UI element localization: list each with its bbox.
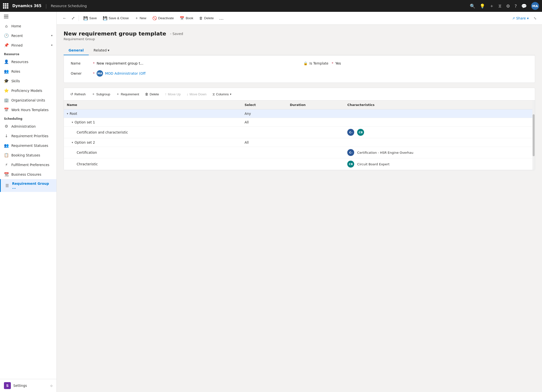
new-label: New: [140, 16, 146, 20]
table-row[interactable]: ▾RootAny: [64, 109, 535, 118]
resource-section-header: Resource: [0, 50, 56, 57]
cell-characteristics: [344, 109, 535, 118]
back-button[interactable]: ←: [61, 15, 69, 22]
hamburger-icon: [4, 15, 8, 18]
cell-select: Any: [242, 109, 287, 118]
scroll-thumb[interactable]: [533, 114, 535, 156]
sidebar-item-req-statuses[interactable]: 👥 Requirement Statuses: [0, 141, 56, 150]
col-name: Name: [64, 101, 242, 109]
page-title-row: New requirement group template - Saved: [64, 31, 535, 37]
row-chevron-icon[interactable]: ▾: [72, 141, 73, 144]
is-template-value: Yes: [335, 61, 341, 65]
subgroup-button[interactable]: ＋ Subgroup: [89, 90, 113, 98]
save-button[interactable]: 💾 Save: [81, 15, 99, 22]
cmd-sep-1: [79, 15, 79, 21]
settings-s-icon: S: [4, 382, 11, 389]
home-icon: ⌂: [4, 24, 9, 28]
sidebar-item-resources[interactable]: 👤 Resources: [0, 57, 56, 67]
table-container[interactable]: Name Select Duration Characteristics ▾Ro…: [64, 101, 535, 170]
open-new-button[interactable]: ⤢: [70, 14, 77, 22]
page-title: New requirement group template: [64, 31, 166, 37]
sidebar-item-requirement-group[interactable]: ☰ Requirement Group ...: [0, 179, 56, 192]
help-icon[interactable]: ?: [514, 3, 517, 9]
table-row[interactable]: ▾Option set 2All: [64, 138, 535, 147]
deactivate-button[interactable]: 🚫 Deactivate: [150, 15, 176, 22]
requirement-button[interactable]: ＋ Requirement: [114, 90, 141, 98]
move-up-icon: ↑: [165, 92, 167, 96]
grid-delete-label: Delete: [150, 92, 159, 96]
sidebar-toggle[interactable]: [0, 12, 56, 21]
add-icon[interactable]: ＋: [490, 3, 494, 9]
sidebar-item-business-closures[interactable]: 📆 Business Closures: [0, 170, 56, 179]
req-group-icon: ☰: [5, 183, 10, 188]
row-name-text: Certification: [77, 151, 97, 154]
sidebar-item-administration[interactable]: ⚙ Administration: [0, 121, 56, 131]
sidebar-item-skills[interactable]: 🎓 Skills: [0, 76, 56, 86]
sidebar-item-proficiency-models[interactable]: ⭐ Proficiency Models: [0, 86, 56, 95]
sidebar-item-home[interactable]: ⌂ Home: [0, 21, 56, 31]
filter-icon[interactable]: ⧖: [498, 3, 502, 9]
expand-button[interactable]: ⤡: [532, 15, 538, 22]
recent-chevron-icon: ▾: [51, 34, 52, 37]
roles-icon: 👥: [4, 69, 9, 74]
content-area: ← ⤢ 💾 Save 💾 Save & Close ＋ New 🚫 Deacti…: [57, 12, 542, 392]
tabs: General Related ▾: [64, 46, 535, 55]
table-row[interactable]: ChracteristicCBCircuit Board Expert: [64, 158, 535, 170]
settings-icon[interactable]: ⚙: [506, 3, 510, 9]
cell-duration: [287, 109, 344, 118]
grid-delete-button[interactable]: 🗑 Delete: [142, 91, 161, 98]
sidebar-item-fulfillment[interactable]: ⚡ Fulfillment Preferences: [0, 160, 56, 170]
share-button[interactable]: ↗ Share ▾: [510, 15, 531, 22]
refresh-button[interactable]: ↺ Refresh: [68, 91, 88, 98]
new-icon: ＋: [135, 16, 139, 20]
sidebar-footer-settings[interactable]: S Settings ◇: [0, 379, 56, 392]
delete-button[interactable]: 🗑 Delete: [197, 15, 216, 22]
sidebar-item-roles[interactable]: 👥 Roles: [0, 67, 56, 76]
tab-related-label: Related: [94, 48, 107, 52]
tab-general[interactable]: General: [64, 46, 89, 55]
move-up-button[interactable]: ↑ Move Up: [162, 91, 183, 98]
move-down-button[interactable]: ↓ Move Down: [184, 91, 209, 98]
user-avatar[interactable]: MA: [531, 2, 539, 10]
req-priorities-icon: ↓: [4, 134, 9, 138]
lightbulb-icon[interactable]: 💡: [480, 3, 485, 9]
table-row[interactable]: Certification and characteristicC-CB: [64, 127, 535, 138]
cell-select: All: [242, 138, 287, 147]
search-icon[interactable]: 🔍: [470, 3, 475, 9]
sidebar-label-admin: Administration: [11, 124, 36, 128]
sidebar-item-booking-statuses[interactable]: 📋 Booking Statuses: [0, 150, 56, 160]
book-button[interactable]: 📅 Book: [177, 15, 196, 22]
booking-icon: 📋: [4, 153, 9, 157]
owner-label: Owner: [71, 71, 90, 75]
main-layout: ⌂ Home 🕐 Recent ▾ 📌 Pinned ▾ Resource 👤 …: [0, 12, 542, 392]
tab-related[interactable]: Related ▾: [89, 46, 114, 55]
command-bar: ← ⤢ 💾 Save 💾 Save & Close ＋ New 🚫 Deacti…: [57, 12, 542, 25]
sidebar-item-organizational-units[interactable]: 🏢 Organizational Units: [0, 95, 56, 105]
grid-delete-icon: 🗑: [145, 92, 148, 96]
table-row[interactable]: CertificationC-Certification - HSR Engin…: [64, 147, 535, 158]
owner-value[interactable]: MOD Administrator (Off: [105, 71, 145, 75]
table-body: ▾RootAny▾Option set 1AllCertification an…: [64, 109, 535, 170]
owner-avatar: MA: [97, 70, 103, 77]
new-button[interactable]: ＋ New: [132, 14, 149, 22]
row-chevron-icon[interactable]: ▾: [67, 112, 68, 115]
waffle-menu[interactable]: [3, 3, 8, 9]
deactivate-label: Deactivate: [158, 16, 174, 20]
chat-icon[interactable]: 💬: [521, 3, 527, 9]
sidebar-item-req-priorities[interactable]: ↓ Requirement Priorities: [0, 131, 56, 141]
app-name[interactable]: Dynamics 365: [12, 4, 41, 8]
char-badge: C-: [347, 149, 354, 156]
row-chevron-icon[interactable]: ▾: [72, 121, 73, 124]
more-button[interactable]: …: [218, 14, 225, 22]
save-close-button[interactable]: 💾 Save & Close: [100, 15, 131, 22]
sidebar-item-work-hours[interactable]: 📅 Work Hours Templates: [0, 105, 56, 115]
table-row[interactable]: ▾Option set 1All: [64, 118, 535, 127]
columns-button[interactable]: ⧖ Columns ▾: [210, 91, 234, 98]
sidebar-item-pinned[interactable]: 📌 Pinned ▾: [0, 40, 56, 50]
name-field: Name * New requirement group t...: [71, 61, 296, 65]
recent-icon: 🕐: [4, 33, 9, 38]
share-icon: ↗: [512, 16, 515, 20]
save-close-icon: 💾: [103, 16, 107, 20]
sidebar-label-pinned: Pinned: [11, 43, 23, 47]
sidebar-item-recent[interactable]: 🕐 Recent ▾: [0, 31, 56, 40]
